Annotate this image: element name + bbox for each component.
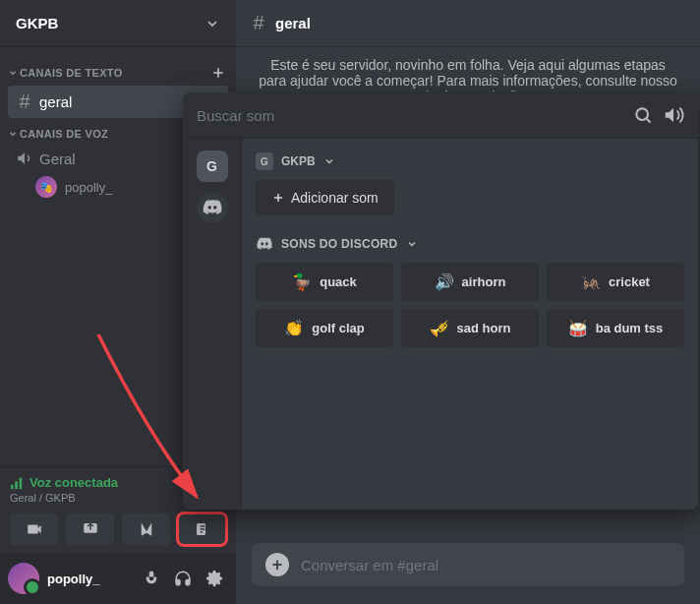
sound-golf-clap[interactable]: 👏golf clap (256, 309, 393, 347)
hash-icon: # (16, 91, 33, 113)
rail-server-button[interactable]: G (197, 151, 228, 182)
attach-button[interactable]: + (265, 553, 289, 576)
self-avatar[interactable] (8, 563, 39, 594)
server-section-head[interactable]: G GKPB (256, 152, 684, 170)
svg-rect-2 (11, 484, 14, 488)
sound-search-input[interactable] (197, 107, 623, 124)
chevron-down-icon (204, 16, 220, 31)
soundboard-rail: G (183, 139, 242, 510)
avatar: 🎭 (35, 176, 57, 198)
soundboard-content: G GKPB Adicionar som SONS DO DISCORD 🦆qu… (242, 139, 698, 510)
text-channels-heading[interactable]: CANAIS DE TEXTO (0, 61, 236, 85)
svg-point-8 (636, 108, 648, 120)
camera-button[interactable] (10, 513, 58, 545)
sound-airhorn[interactable]: 🔊airhorn (401, 263, 539, 301)
soundboard-button[interactable] (178, 513, 226, 545)
discord-sounds-head[interactable]: SONS DO DISCORD (256, 235, 684, 253)
hash-icon: # (250, 12, 267, 34)
sound-ba-dum-tss[interactable]: 🥁ba dum tss (547, 309, 684, 347)
server-header[interactable]: GKPB (0, 0, 236, 47)
deafen-button[interactable] (169, 565, 197, 592)
compose-placeholder: Conversar em #geral (301, 557, 438, 574)
rail-discord-button[interactable] (197, 192, 228, 223)
svg-rect-4 (20, 477, 23, 488)
svg-line-9 (647, 119, 651, 123)
sound-sad-horn[interactable]: 🎺sad horn (401, 309, 539, 347)
channel-title: geral (275, 15, 311, 31)
screenshare-button[interactable] (66, 513, 114, 545)
sound-cricket[interactable]: 🦗cricket (547, 263, 684, 301)
volume-icon[interactable] (663, 104, 684, 126)
search-icon[interactable] (633, 105, 653, 125)
svg-rect-3 (15, 481, 18, 489)
user-panel: popolly_ (0, 553, 236, 604)
settings-button[interactable] (201, 565, 228, 592)
mute-button[interactable] (138, 565, 165, 592)
channel-header: # geral (236, 0, 700, 47)
sound-quack[interactable]: 🦆quack (256, 263, 393, 301)
speaker-icon (16, 150, 33, 167)
welcome-text: Este é seu servidor, novinho em folha. V… (236, 47, 700, 91)
soundboard-panel: G G GKPB Adicionar som SONS DO DISCORD 🦆… (183, 92, 698, 510)
server-name: GKPB (16, 15, 58, 31)
activity-button[interactable] (122, 513, 170, 545)
add-sound-button[interactable]: Adicionar som (256, 180, 394, 215)
message-compose[interactable]: + Conversar em #geral (252, 543, 684, 586)
self-username[interactable]: popolly_ (47, 572, 130, 586)
add-channel-icon[interactable] (210, 65, 226, 81)
